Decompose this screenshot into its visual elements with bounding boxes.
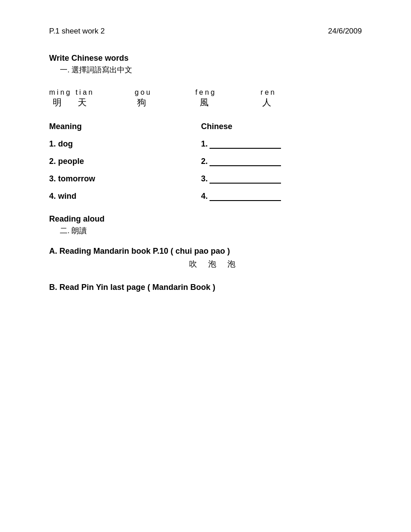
answer-line-2: 2.	[201, 157, 281, 166]
reading-a-chinese: 吹 泡 泡	[67, 259, 362, 269]
vocab-item-1: ming tian 明 天	[49, 88, 94, 109]
section1-chinese-instruction: 一. 選擇詞語寫出中文	[60, 65, 362, 75]
vocab-char-1: 明 天	[53, 96, 90, 109]
page-date: 24/6/2009	[328, 27, 362, 36]
answer-num-3: 3.	[201, 174, 208, 184]
reading-b-label: B. Read Pin Yin last page ( Mandarin Boo…	[49, 283, 362, 292]
vocab-char-2: 狗	[137, 96, 150, 109]
vocab-pinyin-3: feng	[195, 88, 216, 96]
page-header: P.1 sheet work 2 24/6/2009	[49, 27, 362, 36]
matching-row-1: 1. dog 1.	[49, 139, 362, 149]
answer-num-4: 4.	[201, 192, 208, 201]
answer-line-1: 1.	[201, 139, 281, 149]
matching-row-3: 3. tomorrow 3.	[49, 174, 362, 184]
col-meaning-header: Meaning	[49, 122, 201, 131]
vocab-pinyin-2: gou	[135, 88, 152, 96]
section2-chinese-instruction: 二. 朗讀	[60, 226, 362, 236]
matching-section: Meaning Chinese 1. dog 1. 2. people 2. 3…	[49, 122, 362, 201]
answer-underline-3[interactable]	[210, 175, 281, 184]
vocab-char-4: 人	[262, 96, 275, 109]
answer-num-1: 1.	[201, 139, 208, 149]
vocab-pinyin-4: ren	[260, 88, 276, 96]
answer-underline-4[interactable]	[210, 192, 281, 201]
reading-section: Reading aloud 二. 朗讀 A. Reading Mandarin …	[49, 214, 362, 292]
matching-row-4: 4. wind 4.	[49, 192, 362, 201]
meaning-4: 4. wind	[49, 192, 201, 201]
matching-header: Meaning Chinese	[49, 122, 362, 131]
section-write-chinese: Write Chinese words 一. 選擇詞語寫出中文	[49, 54, 362, 75]
vocab-pinyin-1: ming tian	[49, 88, 94, 96]
vocab-item-4: ren 人	[255, 88, 282, 109]
vocab-item-2: gou 狗	[130, 88, 157, 109]
meaning-2: 2. people	[49, 157, 201, 166]
reading-a-label: A. Reading Mandarin book P.10 ( chui pao…	[49, 247, 362, 256]
section1-heading: Write Chinese words	[49, 54, 362, 63]
vocab-item-3: feng 風	[193, 88, 219, 109]
answer-line-3: 3.	[201, 174, 281, 184]
vocab-char-3: 風	[200, 96, 212, 109]
answer-underline-1[interactable]	[210, 140, 281, 149]
matching-row-2: 2. people 2.	[49, 157, 362, 166]
col-chinese-header: Chinese	[201, 122, 232, 131]
meaning-3: 3. tomorrow	[49, 174, 201, 184]
vocab-row: ming tian 明 天 gou 狗 feng 風 ren 人	[49, 88, 362, 109]
section2-heading: Reading aloud	[49, 214, 362, 224]
page-title: P.1 sheet work 2	[49, 27, 105, 36]
answer-underline-2[interactable]	[210, 157, 281, 166]
answer-num-2: 2.	[201, 157, 208, 166]
answer-line-4: 4.	[201, 192, 281, 201]
meaning-1: 1. dog	[49, 139, 201, 149]
